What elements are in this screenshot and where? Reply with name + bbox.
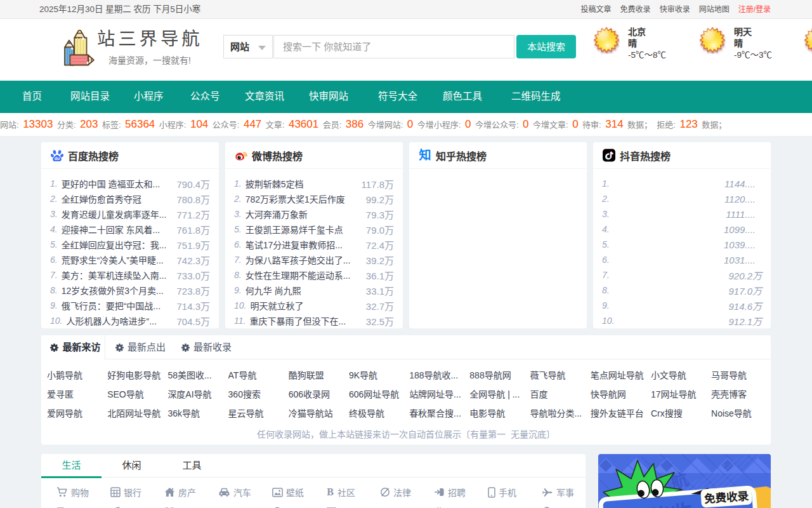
svg-text:B: B	[327, 487, 334, 497]
svg-text:du: du	[55, 156, 60, 160]
